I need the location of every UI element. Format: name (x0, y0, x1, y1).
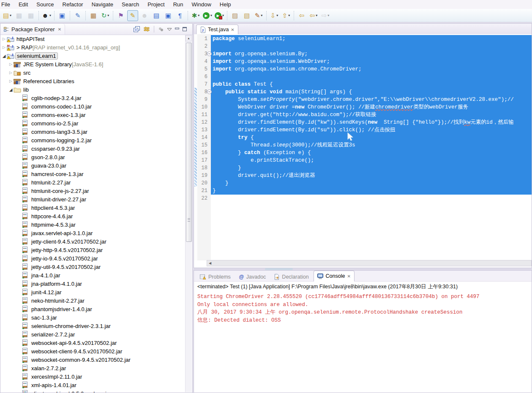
show-whitespace-icon[interactable]: ¶ (175, 10, 186, 21)
tree-item[interactable]: cssparser-0.9.23.jar (0, 144, 186, 153)
code-line[interactable]: } (211, 187, 532, 195)
tree-item[interactable]: client-combined-3.5.2-nodeps.jar (0, 389, 186, 393)
tree-item[interactable]: ▷MJ> RAP [RAP internet_v0.14.16_rapapi_o… (0, 43, 186, 51)
code-line[interactable]: driver.findElement(By.id("su")).click();… (211, 126, 532, 134)
menu-item-search[interactable]: Search (117, 0, 143, 8)
last-edit-location-icon[interactable]: ⇦ (296, 10, 307, 21)
annotate-pen-icon[interactable]: ✎▾ (253, 10, 264, 21)
watchpoint-flag-icon[interactable]: ⚑ (115, 10, 126, 21)
open-archive-icon[interactable]: ▧ (241, 10, 252, 21)
tree-item[interactable]: ▷JhttpAPITest (0, 35, 186, 43)
tree-item[interactable]: xalan-2.7.2.jar (0, 364, 186, 372)
menu-item-navigate[interactable]: Navigate (87, 0, 117, 8)
tree-item[interactable]: jetty-io-9.4.5.v20170502.jar (0, 254, 186, 263)
tree-item[interactable]: commons-logging-1.2.jar (0, 136, 186, 144)
menu-item-help[interactable]: Help (216, 0, 235, 8)
tree-item[interactable]: ▷src (0, 68, 186, 77)
update-project-icon[interactable]: ↻▾ (100, 10, 111, 21)
package-explorer-view-tab[interactable]: Package Explorer ✕ (0, 24, 65, 35)
code-line[interactable]: try { (211, 134, 532, 141)
build-all-icon[interactable]: ▦ (88, 10, 99, 21)
tree-item[interactable]: websocket-common-9.4.5.v20170502.jar (0, 355, 186, 364)
code-line[interactable] (211, 43, 532, 50)
menu-item-run[interactable]: Run (169, 0, 188, 8)
minimize-icon[interactable] (175, 27, 180, 31)
tree-item[interactable]: phantomjsdriver-1.4.0.jar (0, 305, 186, 313)
tree-item[interactable]: httpcore-4.4.6.jar (0, 212, 186, 220)
close-icon[interactable]: ✕ (231, 27, 234, 32)
run-icon[interactable]: ▶▾ (202, 10, 213, 21)
new-wizard-icon[interactable]: ▤▾ (2, 10, 13, 21)
console-tab-problems[interactable]: Problems (196, 272, 234, 281)
close-icon[interactable]: ✕ (58, 27, 61, 32)
debug-icon[interactable]: ✱▾ (190, 10, 201, 21)
code-line[interactable]: public static void main(String[] args) { (211, 88, 532, 96)
code-line[interactable]: import org.openqa.selenium.WebDriver; (211, 58, 532, 65)
next-annotation-icon[interactable]: ⇩▾ (269, 10, 280, 21)
menu-item-edit[interactable]: Edit (14, 0, 32, 8)
menu-item-refactor[interactable]: Refactor (58, 0, 87, 8)
menu-item-project[interactable]: Project (143, 0, 169, 8)
tree-item[interactable]: htmlunit-driver-2.27.jar (0, 195, 186, 203)
open-resource-icon[interactable]: ▣ (163, 10, 174, 21)
fold-collapse-icon[interactable] (207, 51, 212, 56)
editor-tab-testjava[interactable]: J Test.java ✕ (196, 24, 238, 34)
open-folder-icon[interactable]: ▨ (229, 10, 240, 21)
link-with-editor-icon[interactable] (143, 26, 150, 32)
view-menu-icon[interactable] (167, 27, 172, 31)
expand-arrow-icon[interactable]: ▷ (1, 37, 7, 41)
tree-item[interactable]: commons-io-2.5.jar (0, 119, 186, 127)
menu-item-source[interactable]: Source (32, 0, 58, 8)
tree-item[interactable]: htmlunit-core-js-2.27.jar (0, 187, 186, 195)
menu-item-file[interactable]: File (0, 0, 14, 8)
tree-item[interactable]: websocket-api-9.4.5.v20170502.jar (0, 339, 186, 347)
previous-annotation-icon[interactable]: ⇧▾ (281, 10, 292, 21)
maximize-icon[interactable] (183, 27, 187, 32)
scroll-up-icon[interactable]: ▲ (186, 35, 192, 41)
console-tab-console[interactable]: Console✕ (314, 271, 355, 282)
tree-item[interactable]: xercesImpl-2.11.0.jar (0, 372, 186, 381)
tree-item[interactable]: jetty-client-9.4.5.v20170502.jar (0, 237, 186, 246)
open-type-icon[interactable]: ▤ (151, 10, 162, 21)
code-editor[interactable]: 12345678910111213141516171819202122 pack… (194, 34, 532, 260)
code-line[interactable]: package seleniumLearn1; (211, 35, 532, 43)
expand-arrow-icon[interactable]: ▷ (8, 70, 14, 75)
editor-horizontal-scrollbar[interactable]: ◀ (207, 260, 532, 266)
tree-item[interactable]: commons-lang3-3.5.jar (0, 127, 186, 136)
tree-item[interactable]: websocket-client-9.4.5.v20170502.jar (0, 347, 186, 355)
code-line[interactable]: driver.get("http://www.baidu.com");//获取链… (211, 111, 532, 119)
collapse-all-icon[interactable] (134, 26, 140, 33)
code-line[interactable]: import org.openqa.selenium.chrome.Chrome… (211, 65, 532, 73)
tree-item[interactable]: htmlunit-2.27.jar (0, 178, 186, 187)
tree-item[interactable]: serializer-2.7.2.jar (0, 330, 186, 339)
code-line[interactable]: public class Test { (211, 81, 532, 88)
console-tab-declaration[interactable]: Declaration (270, 272, 312, 281)
code-line[interactable]: Thread.sleep(3000);//线程延迟设置3s (211, 141, 532, 149)
code-line[interactable]: } (211, 179, 532, 187)
tree-item[interactable]: ▷JRE System Library [JavaSE-1.6] (0, 60, 186, 68)
tree-item[interactable]: neko-htmlunit-2.27.jar (0, 296, 186, 305)
tree-item[interactable]: sac-1.3.jar (0, 313, 186, 322)
code-line[interactable] (211, 73, 532, 81)
code-line[interactable]: import org.openqa.selenium.By; (211, 50, 532, 58)
focus-task-icon[interactable] (158, 27, 164, 32)
open-console-icon[interactable]: ▣ (57, 10, 68, 21)
menu-item-window[interactable]: Window (188, 0, 216, 8)
code-line[interactable]: } catch (Exception e) { (211, 149, 532, 157)
tree-item[interactable]: jetty-util-9.4.5.v20170502.jar (0, 263, 186, 271)
scrollbar-thumb[interactable] (186, 43, 192, 242)
expand-arrow-icon[interactable]: ▷ (8, 62, 14, 66)
tree-item[interactable]: cglib-nodep-3.2.4.jar (0, 94, 186, 102)
code-line[interactable]: driver.findElement(By.id("kw")).sendKeys… (211, 119, 532, 126)
tree-item[interactable]: guava-23.0.jar (0, 161, 186, 170)
close-icon[interactable]: ✕ (347, 274, 350, 279)
tree-item[interactable]: httpmime-4.5.3.jar (0, 220, 186, 229)
tree-item[interactable]: xml-apis-1.4.01.jar (0, 381, 186, 389)
tree-item[interactable]: junit-4.12.jar (0, 288, 186, 296)
tree-item[interactable]: ▷Referenced Libraries (0, 77, 186, 85)
tree-item[interactable]: jetty-http-9.4.5.v20170502.jar (0, 246, 186, 254)
mark-occurrences-icon[interactable]: ✎ (127, 10, 138, 21)
code-line[interactable]: driver.quit();//退出浏览器 (211, 172, 532, 179)
tree-item[interactable]: javax.servlet-api-3.1.0.jar (0, 229, 186, 237)
fold-collapse-icon[interactable] (207, 89, 212, 94)
